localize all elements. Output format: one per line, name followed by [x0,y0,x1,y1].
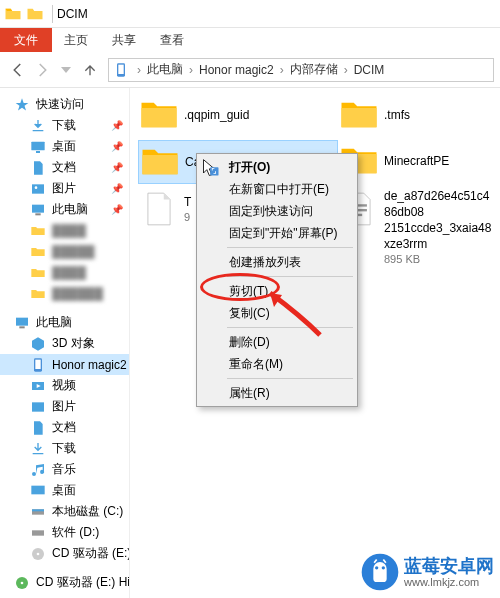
pin-icon: 📌 [111,204,123,215]
ctx-properties[interactable]: 属性(R) [199,382,355,404]
crumb-thispc[interactable]: 此电脑 [145,61,185,78]
sidebar-item-blurred[interactable]: █████ [0,241,129,262]
pin-icon: 📌 [111,120,123,131]
sidebar-item-label: 本地磁盘 (C:) [52,503,123,520]
sidebar-item-label: 快速访问 [36,96,84,113]
watermark: 蓝莓安卓网 www.lmkjz.com [360,552,494,592]
ribbon-tab-view[interactable]: 查看 [148,28,196,52]
sidebar-item-desktop[interactable]: 桌面 📌 [0,136,129,157]
sidebar-item-cd-root[interactable]: CD 驱动器 (E:) HiSui [0,572,129,593]
pin-icon: 📌 [111,162,123,173]
ctx-sep [227,327,353,328]
sidebar-item-label: 图片 [52,180,76,197]
sidebar-item-blurred[interactable]: ████ [0,262,129,283]
svg-point-19 [37,552,40,555]
ctx-sep [227,276,353,277]
sidebar-this-pc[interactable]: 此电脑 [0,312,129,333]
sidebar-item-thispc[interactable]: 此电脑 📌 [0,199,129,220]
sidebar-item-blurred[interactable]: ████ [0,220,129,241]
sidebar-item-3d[interactable]: 3D 对象 [0,333,129,354]
sidebar-item-downloads[interactable]: 下载 [0,438,129,459]
folder-icon [338,94,380,136]
download-icon [30,118,46,134]
download-icon [30,441,46,457]
svg-point-31 [382,566,385,569]
crumb-device[interactable]: Honor magic2 [197,63,276,77]
folder-icon [139,141,181,183]
file-item-file[interactable]: de_a87d26e4c51c486db08 2151ccde3_3xaia48… [338,188,498,266]
cd-icon [14,575,30,591]
sidebar-item-pictures[interactable]: 图片 [0,396,129,417]
window-titlebar: DCIM [0,0,500,28]
sidebar-item-documents[interactable]: 文档 📌 [0,157,129,178]
sidebar-item-documents[interactable]: 文档 [0,417,129,438]
sidebar-item-blurred[interactable]: ██████ [0,283,129,304]
svg-point-21 [21,581,24,584]
sidebar-quick-access[interactable]: 快速访问 [0,94,129,115]
sidebar-item-desktop[interactable]: 桌面 [0,480,129,501]
nav-sidebar: 快速访问 下载 📌 桌面 📌 文档 📌 图片 📌 [0,88,130,598]
file-icon [138,188,180,230]
ctx-label: 固定到"开始"屏幕(P) [229,225,338,242]
sidebar-item-label: 桌面 [52,482,76,499]
ribbon-file-tab[interactable]: 文件 [0,28,52,52]
sidebar-item-drive-c[interactable]: 本地磁盘 (C:) [0,501,129,522]
svg-rect-4 [32,184,44,193]
ctx-open[interactable]: 打开(O) [199,156,355,178]
watermark-title: 蓝莓安卓网 [404,556,494,576]
crumb-storage[interactable]: 内部存储 [288,61,340,78]
sidebar-item-videos[interactable]: 视频 [0,375,129,396]
sidebar-item-label: 下载 [52,117,76,134]
sidebar-item-label: 视频 [52,377,76,394]
sidebar-item-music[interactable]: 音乐 [0,459,129,480]
svg-rect-14 [31,485,44,494]
file-item-folder[interactable]: .qqpim_guid [138,94,338,136]
chevron-right-icon: › [133,63,145,77]
sidebar-item-label: 此电脑 [36,314,72,331]
ctx-open-new-window[interactable]: 在新窗口中打开(E) [199,178,355,200]
file-name: MinecraftPE [384,153,449,169]
breadcrumb-bar[interactable]: › 此电脑 › Honor magic2 › 内部存储 › DCIM [108,58,494,82]
nav-forward-button[interactable] [30,58,54,82]
ctx-cut[interactable]: 剪切(T) [199,280,355,302]
ribbon-tab-home[interactable]: 主页 [52,28,100,52]
svg-rect-2 [31,141,44,150]
sidebar-item-drive-d[interactable]: 软件 (D:) [0,522,129,543]
file-item-folder[interactable]: MinecraftPE [338,140,498,184]
address-bar: › 此电脑 › Honor magic2 › 内部存储 › DCIM [0,52,500,88]
pin-icon: 📌 [111,141,123,152]
video-icon [30,378,46,394]
sidebar-item-label: 软件 (D:) [52,524,99,541]
sidebar-item-label: ████ [52,266,86,280]
ctx-copy[interactable]: 复制(C) [199,302,355,324]
nav-back-button[interactable] [6,58,30,82]
file-name: de_a87d26e4c51c486db08 [384,188,494,220]
ctx-delete[interactable]: 删除(D) [199,331,355,353]
sidebar-item-phone[interactable]: Honor magic2 [0,354,129,375]
svg-rect-3 [36,151,40,153]
chevron-right-icon: › [340,63,352,77]
ctx-create-playlist[interactable]: 创建播放列表 [199,251,355,273]
svg-rect-8 [16,317,28,325]
ribbon-tab-share[interactable]: 共享 [100,28,148,52]
nav-up-button[interactable] [78,58,102,82]
sidebar-item-label: ██████ [52,287,103,301]
file-item-folder[interactable]: .tmfs [338,94,498,136]
svg-rect-6 [32,204,44,212]
ctx-label: 复制(C) [229,305,270,322]
sidebar-item-cd[interactable]: CD 驱动器 (E:) HiSi [0,543,129,564]
sidebar-item-pictures[interactable]: 图片 📌 [0,178,129,199]
sidebar-item-label: 桌面 [52,138,76,155]
ctx-pin-quick[interactable]: 固定到快速访问 [199,200,355,222]
docs-icon [30,160,46,176]
crumb-folder[interactable]: DCIM [352,63,387,77]
drive-icon [30,504,46,520]
nav-recent-dropdown[interactable] [54,58,78,82]
sidebar-item-downloads[interactable]: 下载 📌 [0,115,129,136]
context-menu: 打开(O) 在新窗口中打开(E) 固定到快速访问 固定到"开始"屏幕(P) 创建… [196,153,358,407]
ctx-label: 删除(D) [229,334,270,351]
watermark-url: www.lmkjz.com [404,576,494,588]
ctx-label: 重命名(M) [229,356,283,373]
ctx-pin-start[interactable]: 固定到"开始"屏幕(P) [199,222,355,244]
ctx-rename[interactable]: 重命名(M) [199,353,355,375]
